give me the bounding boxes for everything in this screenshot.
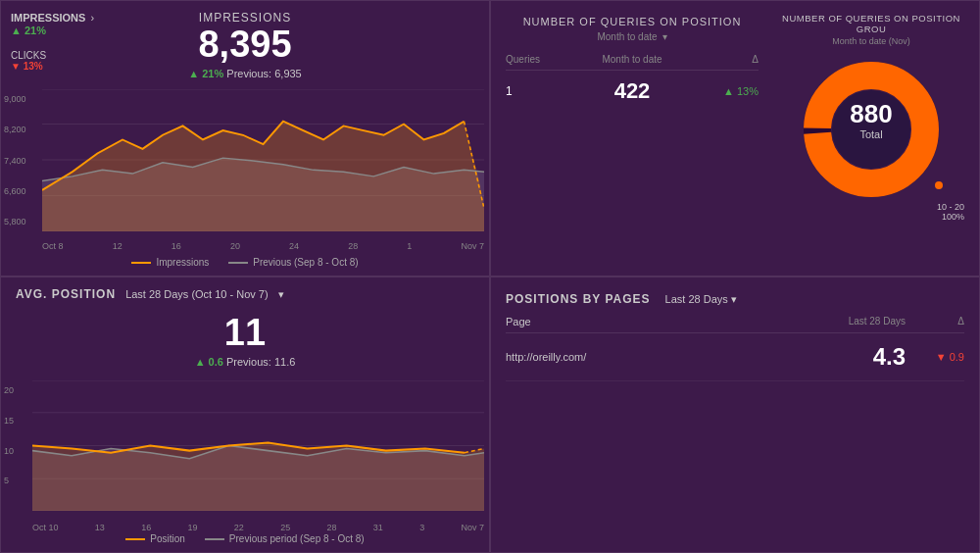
impressions-previous: Previous: 6,935 <box>226 68 301 79</box>
donut-pointer <box>935 181 943 189</box>
y-label-2: 8,200 <box>4 125 26 134</box>
col-delta-header: Δ <box>700 54 759 65</box>
y-label-5: 5,800 <box>4 217 26 226</box>
avgpos-title: AVG. POSITION <box>16 287 116 301</box>
avgpos-y4: 5 <box>4 476 14 485</box>
avgpos-dropdown-icon[interactable]: ▾ <box>278 288 284 301</box>
impressions-center: IMPRESSIONS 8,395 ▲ 21% Previous: 6,935 <box>1 11 489 79</box>
legend-orange-line <box>131 262 151 264</box>
positions-period-icon[interactable]: ▾ <box>731 293 737 306</box>
svg-marker-6 <box>42 122 484 231</box>
x-label-7: 1 <box>407 241 412 251</box>
avgpos-y3: 10 <box>4 446 14 456</box>
legend-prev-pos-label: Previous period (Sep 8 - Oct 8) <box>229 533 365 544</box>
avgpos-legend: Position Previous period (Sep 8 - Oct 8) <box>1 533 489 544</box>
avgpos-panel: AVG. POSITION Last 28 Days (Oct 10 - Nov… <box>0 276 490 553</box>
impressions-pct-change: ▲ 21% <box>188 68 223 79</box>
impressions-panel: IMPRESSIONS › ▲ 21% CLICKS ▼ 13% IMPRESS… <box>0 0 490 276</box>
queries-panel: NUMBER OF QUERIES ON POSITION Month to d… <box>490 0 980 276</box>
queries-table-section: NUMBER OF QUERIES ON POSITION Month to d… <box>491 1 773 276</box>
legend-position: Position <box>125 533 185 544</box>
y-label-3: 7,400 <box>4 156 26 166</box>
donut-title: NUMBER OF QUERIES ON POSITION GROU <box>778 13 964 34</box>
col-page-header: Page <box>506 316 808 327</box>
avgpos-x9: 3 <box>419 523 424 532</box>
queries-table: Queries Month to date Δ 1 422 ▲ 13% <box>506 54 759 112</box>
avgpos-x6: 25 <box>280 523 290 532</box>
positions-header: POSITIONS BY PAGES Last 28 Days ▾ <box>506 292 964 306</box>
x-label-8: Nov 7 <box>461 241 484 251</box>
avgpos-y2: 15 <box>4 416 14 426</box>
impressions-title: IMPRESSIONS <box>1 11 489 25</box>
positions-period: Last 28 Days ▾ <box>665 293 737 306</box>
queries-dropdown-icon[interactable]: ▾ <box>662 31 667 42</box>
queries-table-header: Queries Month to date Δ <box>506 54 759 71</box>
col-pdelta-header: Δ <box>906 316 964 327</box>
impressions-value: 8,395 <box>1 25 489 66</box>
x-label-2: 12 <box>113 241 122 251</box>
legend-orange-pos <box>125 538 145 540</box>
legend-impressions-label: Impressions <box>156 257 209 268</box>
positions-title: POSITIONS BY PAGES <box>506 292 651 306</box>
avgpos-previous: Previous: 11.6 <box>226 356 295 368</box>
positions-panel: POSITIONS BY PAGES Last 28 Days ▾ Page L… <box>490 276 980 553</box>
svg-text:880: 880 <box>850 99 892 128</box>
positions-period-label: Last 28 Days <box>665 293 728 305</box>
avgpos-x1: Oct 10 <box>32 523 59 532</box>
x-label-5: 24 <box>289 241 299 251</box>
avgpos-chart-area: 20 15 10 5 <box>1 380 489 511</box>
impressions-legend: Impressions Previous (Sep 8 - Oct 8) <box>1 257 489 268</box>
impressions-chart-area: 9,000 8,200 7,400 6,600 5,800 <box>1 89 489 231</box>
legend-gray-line <box>228 262 248 264</box>
col-queries-header: Queries <box>506 54 564 65</box>
avgpos-x3: 16 <box>141 523 151 532</box>
legend-impressions: Impressions <box>131 257 209 268</box>
queries-title: NUMBER OF QUERIES ON POSITION <box>506 16 759 27</box>
x-label-6: 28 <box>348 241 358 251</box>
row-28days-1: 4.3 <box>808 343 906 371</box>
legend-prev-pos: Previous period (Sep 8 - Oct 8) <box>205 533 365 544</box>
donut-svg: 880 Total <box>798 56 945 203</box>
avgpos-x7: 28 <box>326 523 336 532</box>
avgpos-chart-svg <box>32 380 484 511</box>
impressions-stats: ▲ 21% Previous: 6,935 <box>1 68 489 79</box>
col-month-header: Month to date <box>573 54 691 65</box>
avgpos-value: 11 <box>1 312 489 354</box>
donut-section: NUMBER OF QUERIES ON POSITION GROU Month… <box>773 1 979 276</box>
row-delta-val: ▲ 13% <box>700 85 759 97</box>
donut-pct: 100% <box>937 212 964 222</box>
legend-previous: Previous (Sep 8 - Oct 8) <box>228 257 358 268</box>
avgpos-header: AVG. POSITION Last 28 Days (Oct 10 - Nov… <box>16 287 474 301</box>
row-queries-val: 1 <box>506 84 564 98</box>
avgpos-x4: 19 <box>187 523 197 532</box>
queries-table-row: 1 422 ▲ 13% <box>506 71 759 112</box>
row-month-val: 422 <box>573 78 691 104</box>
col-28days-header: Last 28 Days <box>808 316 906 327</box>
avgpos-x8: 31 <box>373 523 383 532</box>
svg-marker-19 <box>32 442 484 511</box>
x-label-3: 16 <box>172 241 181 251</box>
donut-subtitle: Month to date (Nov) <box>832 36 910 46</box>
positions-table: Page Last 28 Days Δ http://oreilly.com/ … <box>506 316 964 381</box>
row-pdelta-1: ▼ 0.9 <box>906 351 964 363</box>
positions-table-header: Page Last 28 Days Δ <box>506 316 964 333</box>
y-label-1: 9,000 <box>4 94 26 104</box>
y-label-4: 6,600 <box>4 186 26 196</box>
avgpos-x5: 22 <box>234 523 244 532</box>
x-label-1: Oct 8 <box>42 241 64 251</box>
x-label-4: 20 <box>230 241 240 251</box>
impressions-chart-svg <box>42 89 484 231</box>
legend-position-label: Position <box>150 533 185 544</box>
avgpos-x2: 13 <box>95 523 105 532</box>
queries-subtitle: Month to date <box>597 31 657 42</box>
avgpos-x10: Nov 7 <box>461 523 484 532</box>
dashboard: IMPRESSIONS › ▲ 21% CLICKS ▼ 13% IMPRESS… <box>0 0 980 553</box>
row-page-1: http://oreilly.com/ <box>506 351 808 363</box>
donut-chart: 880 Total <box>798 56 945 207</box>
legend-gray-pos <box>205 538 224 540</box>
positions-table-row-1: http://oreilly.com/ 4.3 ▼ 0.9 <box>506 333 964 381</box>
svg-text:Total: Total <box>859 128 882 140</box>
avgpos-period: Last 28 Days (Oct 10 - Nov 7) <box>125 288 269 300</box>
avgpos-change-val: ▲ 0.6 <box>195 356 223 368</box>
avgpos-y1: 20 <box>4 385 14 395</box>
